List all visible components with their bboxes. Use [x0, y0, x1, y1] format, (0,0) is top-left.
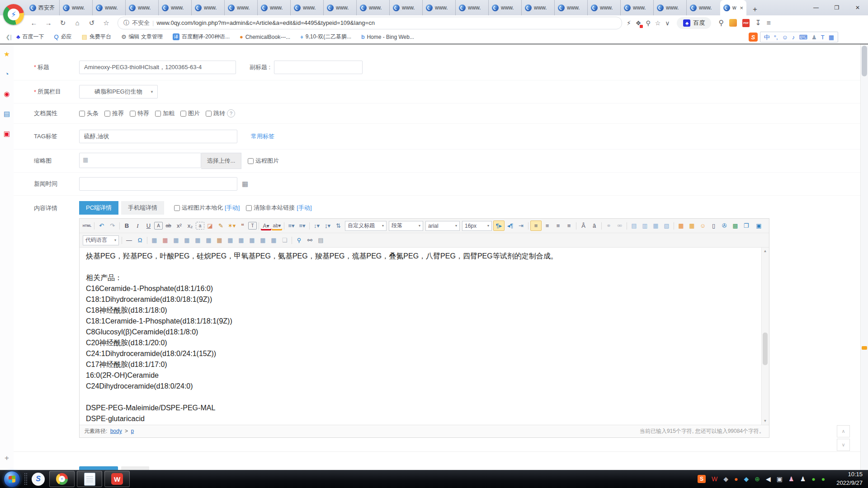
security-shield-icon[interactable]: ◆	[723, 476, 728, 482]
letter-space-icon[interactable]: ⇅	[333, 221, 344, 230]
bookmark-item[interactable]: ▤ 免费平台	[82, 33, 111, 41]
style-select[interactable]: 自定义标题 ▾	[345, 221, 387, 231]
editor-content[interactable]: 炔基PEG，羟基PEG，叶酸PEG，硅烷PEG，甲氧基PEG，氨基PEG，羧基P…	[80, 248, 762, 425]
qq-red-icon[interactable]: ♟	[800, 476, 806, 482]
checkbox-input[interactable]	[180, 111, 186, 117]
link-icon[interactable]: ⚭	[604, 221, 614, 230]
insert-table-icon[interactable]: ▦	[149, 235, 160, 245]
sogou-ime-icon[interactable]: S	[749, 33, 758, 42]
collapse-sidebar-icon[interactable]: ❮|	[4, 34, 14, 40]
new-tab-button[interactable]: +	[749, 4, 761, 15]
image-right-icon[interactable]: ▦	[651, 221, 661, 230]
lowercase-icon[interactable]: â	[589, 221, 599, 230]
browser-tab[interactable]: www.	[488, 0, 521, 15]
browser-tab[interactable]: www.	[323, 0, 356, 15]
zoom-icon[interactable]: ⚲	[646, 19, 650, 27]
bold-icon[interactable]: B	[122, 221, 132, 230]
bookmark-item[interactable]: b Home - Bing Web...	[361, 34, 414, 40]
table-template-icon[interactable]: ❏	[279, 235, 290, 245]
source-code-icon[interactable]: HTML	[82, 221, 92, 230]
path-p-link[interactable]: p	[131, 428, 134, 434]
subtitle-input[interactable]	[274, 61, 363, 74]
insert-row-above-icon[interactable]: ▦	[193, 235, 203, 245]
reload-icon[interactable]: ↻	[57, 17, 69, 29]
chrome-app-button[interactable]	[49, 471, 75, 487]
doc-attr-checkbox[interactable]: 推荐	[104, 109, 124, 117]
bookmark-item[interactable]: ⚙ 编辑 文章管理	[121, 33, 163, 41]
active-tab[interactable]: w ×	[720, 0, 746, 15]
scroll-down-icon[interactable]: ▼	[762, 418, 769, 424]
align-justify-icon[interactable]: ≡	[564, 221, 574, 230]
localize-remote-images-checkbox[interactable]: 远程图片本地化 [手动]	[174, 204, 240, 212]
add-panel-icon[interactable]: +	[0, 454, 14, 463]
unlink-icon[interactable]: ⚮	[614, 221, 625, 230]
checkbox-input[interactable]	[248, 158, 254, 164]
browser-tab[interactable]: www.	[653, 0, 686, 15]
format-brush-icon[interactable]: ✎	[216, 221, 226, 230]
tab-mobile-detail[interactable]: 手机端详情	[121, 201, 164, 215]
browser-tab[interactable]: www.	[59, 0, 92, 15]
url-input[interactable]: ⓘ 不安全 | www.0qy.com/login.php?m=admin&c=…	[118, 17, 622, 29]
taskbar-clock[interactable]: 10:15 2022/9/27	[836, 470, 863, 488]
insert-col-right-icon[interactable]: ▦	[225, 235, 236, 245]
browser-scrollbar[interactable]	[860, 44, 868, 470]
doc-attr-checkbox[interactable]: 跳转	[206, 109, 225, 117]
browser-tab[interactable]: 西安齐	[26, 0, 59, 15]
thumbnail-input[interactable]	[79, 153, 201, 168]
browser-tab[interactable]: www.	[92, 0, 125, 15]
browser-tab[interactable]: www.	[158, 0, 191, 15]
align-center-icon[interactable]: ≡	[542, 221, 552, 230]
strikethrough-icon[interactable]: ab	[163, 221, 174, 230]
calendar-icon[interactable]: ▦	[242, 180, 248, 188]
font-color-icon[interactable]: A▾	[261, 221, 271, 230]
scroll-page-up-button[interactable]: ∧	[837, 425, 850, 437]
ltr-icon[interactable]: ¶▸	[493, 221, 505, 231]
360-ball-icon[interactable]: ●	[734, 476, 738, 482]
close-button[interactable]: ✕	[847, 0, 868, 15]
delete-table-icon[interactable]: ▦	[160, 235, 170, 245]
browser-tab[interactable]: www.	[422, 0, 455, 15]
image-left-icon[interactable]: ▤	[629, 221, 639, 230]
italic-icon[interactable]: I	[132, 221, 143, 230]
title-input[interactable]	[79, 61, 236, 74]
browser-tab[interactable]: www.	[257, 0, 290, 15]
merge-cells-icon[interactable]: ▦	[258, 235, 268, 245]
delete-col-icon[interactable]: ▦	[247, 235, 257, 245]
delete-row-icon[interactable]: ▦	[236, 235, 246, 245]
rtl-icon[interactable]: ◂¶	[505, 221, 515, 230]
code-language-select[interactable]: 代码语言 ▾	[83, 235, 119, 245]
font-size-select[interactable]: 16px ▾	[462, 221, 492, 231]
doc-attr-checkbox[interactable]: 加粗	[155, 109, 175, 117]
eraser-icon[interactable]: ◪	[205, 221, 215, 230]
bookmark-item[interactable]: ♦ 9,10-双(二乙基膦...	[300, 33, 351, 41]
browser-tab[interactable]: www.	[620, 0, 653, 15]
emoticon-icon[interactable]: ☺	[698, 221, 708, 230]
bookmark-item[interactable]: Q 必应	[54, 33, 72, 41]
split-cells-icon[interactable]: ▦	[269, 235, 279, 245]
checkbox-input[interactable]	[174, 205, 180, 211]
media-icon[interactable]: ▯	[708, 221, 719, 230]
paste-text-icon[interactable]: T	[248, 222, 257, 230]
ime-mode-icon[interactable]: 中	[764, 34, 770, 40]
ime-keyboard-icon[interactable]: ⌨	[799, 34, 807, 40]
align-right-icon[interactable]: ≡	[553, 221, 563, 230]
hr-icon[interactable]: —	[124, 235, 134, 245]
checkbox-input[interactable]	[206, 111, 212, 117]
chevron-down-icon[interactable]: ∨	[665, 19, 670, 27]
browser-tab[interactable]: www.	[521, 0, 554, 15]
unordered-list-icon[interactable]: ≡▾	[297, 221, 307, 230]
editor-scrollbar[interactable]: ▲ ▼	[761, 248, 769, 425]
checkbox-input[interactable]	[79, 111, 85, 117]
align-left-icon[interactable]: ≡	[530, 221, 542, 231]
ime-punct-icon[interactable]: °,	[774, 34, 778, 40]
ime-toolbox-icon[interactable]: ▦	[829, 34, 834, 40]
checkbox-input[interactable]	[155, 111, 161, 117]
manual-link[interactable]: [手动]	[225, 204, 240, 212]
back-button[interactable]: 返回	[121, 466, 149, 470]
bookmark-item[interactable]: ♣ 百度一下	[16, 33, 44, 41]
common-tags-link[interactable]: 常用标签	[251, 132, 274, 141]
uppercase-icon[interactable]: Â	[578, 221, 589, 230]
special-char-icon[interactable]: Ω	[135, 235, 145, 245]
browser-tab[interactable]: www.	[587, 0, 620, 15]
history-icon[interactable]: ◔	[5, 70, 9, 77]
